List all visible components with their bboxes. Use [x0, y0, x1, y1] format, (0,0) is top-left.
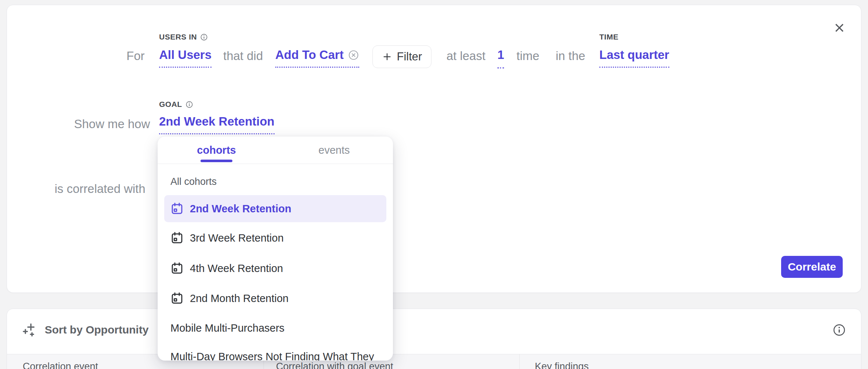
correlate-button[interactable]: Correlate — [781, 256, 843, 278]
that-did-label: that did — [223, 49, 263, 63]
close-icon — [833, 21, 846, 34]
column-key-findings: Key findings — [535, 361, 589, 369]
sort-sparkle-icon — [22, 322, 38, 338]
is-correlated-with-label: is correlated with — [55, 182, 146, 196]
list-item-2nd-week-retention[interactable]: 2nd Week Retention — [164, 195, 386, 222]
list-item-multi-day-browsers[interactable]: Multi-Day Browsers Not Finding What They — [164, 343, 386, 361]
calendar-icon — [170, 231, 184, 245]
calendar-icon — [170, 292, 184, 305]
tab-events[interactable]: events — [275, 137, 393, 164]
for-label: For — [126, 49, 145, 63]
goal-info-icon[interactable] — [185, 101, 193, 108]
results-info-icon[interactable] — [832, 323, 846, 337]
list-item-4th-week-retention[interactable]: 4th Week Retention — [164, 255, 386, 282]
users-in-info-icon[interactable] — [200, 33, 208, 41]
calendar-icon — [170, 202, 184, 215]
dropdown-tabs: cohorts events — [158, 137, 393, 164]
add-filter-button[interactable]: Filter — [372, 45, 431, 68]
list-item-2nd-month-retention[interactable]: 2nd Month Retention — [164, 285, 386, 312]
plus-icon — [382, 52, 392, 62]
column-divider — [519, 354, 520, 369]
event-selector[interactable]: Add To Cart — [275, 48, 359, 68]
sort-by-opportunity-button[interactable]: Sort by Opportunity — [22, 322, 148, 338]
results-table-header: Correlation event Correlation with goal … — [7, 354, 861, 369]
active-tab-indicator — [201, 160, 232, 162]
correlate-page: For USERS IN All Users that did Add To C… — [0, 0, 868, 369]
goal-selector[interactable]: 2nd Week Retention — [159, 115, 275, 134]
time-range-selector[interactable]: Last quarter — [599, 48, 669, 68]
users-selector[interactable]: All Users — [159, 48, 212, 68]
column-correlation-event: Correlation event — [23, 361, 98, 369]
all-cohorts-label: All cohorts — [170, 176, 217, 187]
calendar-icon — [170, 262, 184, 275]
column-correlation-with-goal: Correlation with goal event — [276, 361, 393, 369]
time-label: TIME — [599, 33, 618, 41]
count-selector[interactable]: 1 — [497, 48, 504, 68]
goal-label: GOAL — [159, 100, 193, 109]
list-item-3rd-week-retention[interactable]: 3rd Week Retention — [164, 224, 386, 251]
users-in-label: USERS IN — [159, 33, 208, 41]
at-least-label: at least — [446, 49, 485, 63]
remove-event-icon[interactable] — [348, 49, 359, 61]
list-item-mobile-multi-purchasers[interactable]: Mobile Multi-Purchasers — [164, 314, 386, 342]
show-me-how-label: Show me how — [74, 117, 150, 131]
time-word: time — [516, 49, 539, 63]
query-builder-card: For USERS IN All Users that did Add To C… — [7, 5, 861, 293]
cohort-dropdown: cohorts events All cohorts 2nd Week Rete… — [158, 137, 393, 361]
close-button[interactable] — [830, 18, 849, 38]
in-the-label: in the — [556, 49, 585, 63]
results-card: Sort by Opportunity Correlation event Co… — [7, 309, 861, 369]
